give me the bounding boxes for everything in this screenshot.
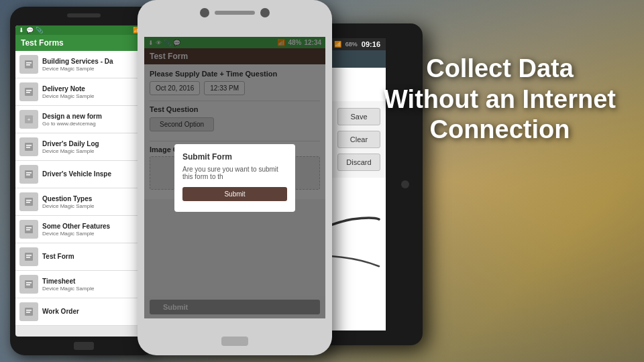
item-text: Some Other Features Device Magic Sample xyxy=(42,223,148,237)
item-icon xyxy=(19,220,38,239)
item-text: Building Services - Da Device Magic Samp… xyxy=(42,58,148,72)
phone1-home-button[interactable] xyxy=(74,342,94,350)
svg-rect-13 xyxy=(26,174,30,176)
item-text: Work Order xyxy=(42,308,148,316)
item-title: Work Order xyxy=(42,308,148,316)
item-subtitle: Device Magic Sample xyxy=(42,231,148,237)
svg-rect-4 xyxy=(26,90,32,91)
phone1-body: ⬇ 💬 📎 📶 🔋 Test Forms Building Services - xyxy=(10,7,158,355)
item-title: Driver's Vehicle Inspe xyxy=(42,170,148,178)
item-title: Timesheet xyxy=(42,278,148,286)
list-item[interactable]: Question Types Device Magic Sample xyxy=(15,188,152,216)
item-text: Driver's Daily Log Device Magic Sample xyxy=(42,140,148,154)
phone2-speaker xyxy=(215,11,255,15)
item-title: Question Types xyxy=(42,195,148,203)
headline-line3: Connection xyxy=(430,115,570,143)
item-title: Test Form xyxy=(42,253,148,261)
clear-button[interactable]: Clear xyxy=(337,131,380,148)
svg-rect-10 xyxy=(26,147,30,148)
svg-rect-21 xyxy=(26,255,32,256)
list-item[interactable]: Delivery Note Device Magic Sample xyxy=(15,78,152,106)
phone1-statusbar: ⬇ 💬 📎 📶 🔋 xyxy=(15,25,152,35)
item-text: Driver's Vehicle Inspe xyxy=(42,170,148,178)
save-button[interactable]: Save xyxy=(337,108,380,125)
phone1-screen: ⬇ 💬 📎 📶 🔋 Test Forms Building Services - xyxy=(15,25,152,337)
dialog-title: Submit Form xyxy=(182,152,287,162)
list-item[interactable]: Some Other Features Device Magic Sample xyxy=(15,216,152,243)
list-item[interactable]: Test Form xyxy=(15,243,152,271)
phone2-home-button[interactable] xyxy=(221,337,248,346)
list-item[interactable]: Driver's Daily Log Device Magic Sample xyxy=(15,133,152,161)
phone2-sensor xyxy=(260,8,270,17)
svg-rect-18 xyxy=(26,227,32,229)
phone2: ⬇ 👁 📎 💬 📶 48% 12:34 Test Form Please xyxy=(138,0,332,355)
item-text: Test Form xyxy=(42,253,148,261)
svg-rect-19 xyxy=(26,229,30,231)
svg-text:+: + xyxy=(28,117,31,123)
phone2-body: ⬇ 👁 📎 💬 📶 48% 12:34 Test Form Please xyxy=(138,0,332,355)
list-item[interactable]: Building Services - Da Device Magic Samp… xyxy=(15,51,152,78)
item-icon xyxy=(19,82,38,101)
item-icon xyxy=(19,55,38,74)
item-subtitle: Go to www.devicemag xyxy=(42,121,148,127)
tablet-camera xyxy=(401,180,409,188)
phone1: ⬇ 💬 📎 📶 🔋 Test Forms Building Services - xyxy=(10,7,158,355)
phone1-header: Test Forms xyxy=(15,35,152,51)
svg-rect-5 xyxy=(26,92,30,93)
tablet-time: 09:16 xyxy=(362,40,380,48)
item-subtitle: Device Magic Sample xyxy=(42,286,148,292)
svg-rect-15 xyxy=(26,200,32,201)
item-icon xyxy=(19,275,38,294)
item-text: Question Types Device Magic Sample xyxy=(42,195,148,209)
headline-line2: Without an Internet xyxy=(384,85,616,113)
svg-rect-12 xyxy=(26,172,32,174)
item-subtitle: Device Magic Sample xyxy=(42,148,148,154)
svg-rect-28 xyxy=(26,312,30,313)
tablet-wifi-icon: 📶 xyxy=(334,41,341,48)
item-title: Delivery Note xyxy=(42,85,148,93)
item-text: Design a new form Go to www.devicemag xyxy=(42,113,148,127)
phone2-front-camera xyxy=(200,8,209,17)
phone1-app-icon: 💬 xyxy=(26,27,34,34)
dialog-text: Are you sure you want to submit this for… xyxy=(182,166,287,180)
list-item[interactable]: + Design a new form Go to www.devicemag xyxy=(15,106,152,133)
item-icon: + xyxy=(19,110,38,129)
svg-rect-16 xyxy=(26,202,30,203)
phone1-usb-icon: ⬇ xyxy=(19,27,24,34)
list-item[interactable]: Work Order xyxy=(15,298,152,326)
item-icon xyxy=(19,165,38,184)
svg-rect-27 xyxy=(26,310,32,311)
phone1-speaker xyxy=(67,13,101,17)
svg-rect-25 xyxy=(26,284,30,286)
dialog-submit-button[interactable]: Submit xyxy=(182,187,287,201)
discard-button[interactable]: Discard xyxy=(337,154,380,171)
list-item[interactable]: Driver's Vehicle Inspe xyxy=(15,161,152,188)
item-icon xyxy=(19,247,38,266)
headline: Collect Data Without an Internet Connect… xyxy=(376,54,624,145)
item-text: Timesheet Device Magic Sample xyxy=(42,278,148,292)
list-item[interactable]: Timesheet Device Magic Sample xyxy=(15,271,152,298)
tablet-battery: 68% xyxy=(345,41,358,48)
svg-rect-24 xyxy=(26,282,32,284)
item-title: Building Services - Da xyxy=(42,58,148,66)
svg-rect-2 xyxy=(26,64,30,66)
phone2-screen: ⬇ 👁 📎 💬 📶 48% 12:34 Test Form Please xyxy=(144,37,325,318)
svg-rect-1 xyxy=(26,62,32,64)
item-title: Some Other Features xyxy=(42,223,148,231)
phone1-list: Building Services - Da Device Magic Samp… xyxy=(15,51,152,326)
item-subtitle: Device Magic Sample xyxy=(42,203,148,209)
headline-line1: Collect Data xyxy=(426,54,574,82)
item-title: Design a new form xyxy=(42,113,148,121)
item-text: Delivery Note Device Magic Sample xyxy=(42,85,148,99)
item-icon xyxy=(19,192,38,211)
item-subtitle: Device Magic Sample xyxy=(42,93,148,99)
item-icon xyxy=(19,137,38,156)
submit-dialog: Submit Form Are you sure you want to sub… xyxy=(174,144,295,212)
svg-rect-9 xyxy=(26,145,32,146)
phone1-app2-icon: 📎 xyxy=(36,27,43,34)
item-title: Driver's Daily Log xyxy=(42,140,148,148)
phone2-top-area xyxy=(200,8,270,17)
svg-rect-22 xyxy=(26,257,30,258)
item-subtitle: Device Magic Sample xyxy=(42,66,148,72)
item-icon xyxy=(19,302,38,321)
